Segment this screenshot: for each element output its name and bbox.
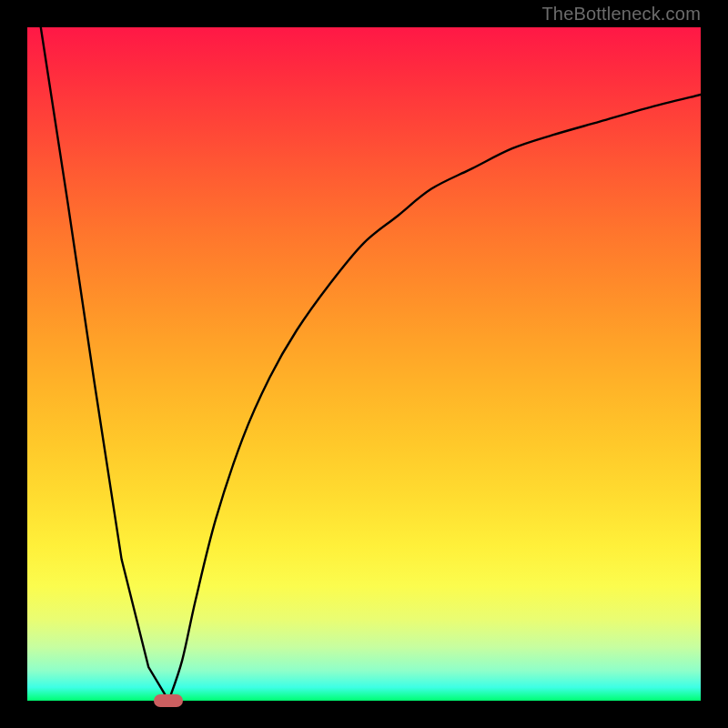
chart-frame: TheBottleneck.com — [0, 0, 728, 728]
curve-left-branch — [41, 27, 169, 701]
watermark-text: TheBottleneck.com — [541, 4, 701, 25]
bottleneck-curve — [27, 27, 701, 701]
curve-right-branch — [168, 95, 701, 701]
plot-area — [27, 27, 701, 701]
